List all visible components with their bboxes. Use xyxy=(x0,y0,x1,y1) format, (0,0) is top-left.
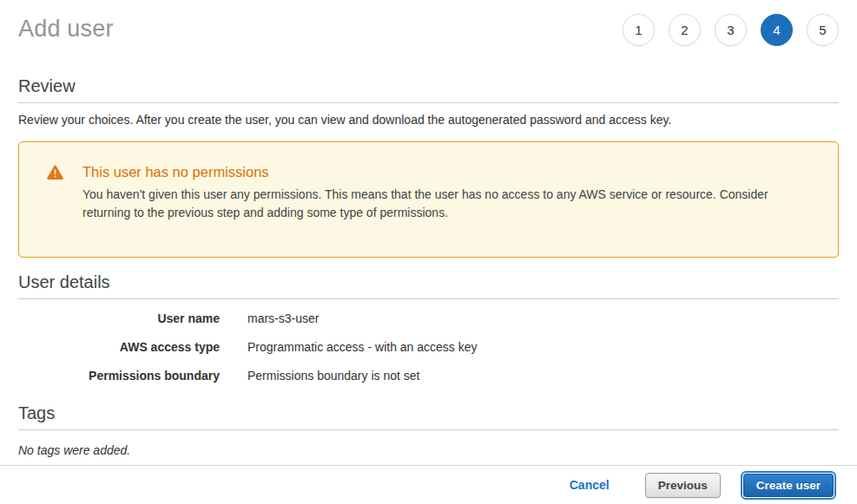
detail-row-access-type: AWS access type Programmatic access - wi… xyxy=(18,340,839,354)
user-details-rows: User name mars-s3-user AWS access type P… xyxy=(18,299,839,383)
step-2[interactable]: 2 xyxy=(669,14,701,46)
wizard-content: Review Review your choices. After you cr… xyxy=(0,66,857,465)
warning-title: This user has no permissions xyxy=(82,164,807,180)
user-details-heading: User details xyxy=(18,272,839,299)
wizard-header: Add user 1 2 3 4 5 xyxy=(0,0,857,66)
no-permissions-warning: This user has no permissions You haven't… xyxy=(18,141,839,258)
create-user-button[interactable]: Create user xyxy=(743,474,834,497)
tags-heading: Tags xyxy=(18,403,839,430)
detail-row-user-name: User name mars-s3-user xyxy=(18,311,839,325)
tags-section: Tags No tags were added. xyxy=(18,403,839,457)
add-user-wizard: Add user 1 2 3 4 5 Review Review your ch… xyxy=(0,0,857,504)
user-details-section: User details User name mars-s3-user AWS … xyxy=(18,272,839,383)
review-section: Review Review your choices. After you cr… xyxy=(18,76,839,258)
previous-button[interactable]: Previous xyxy=(645,473,721,498)
step-1[interactable]: 1 xyxy=(623,14,655,46)
detail-label: User name xyxy=(18,311,220,325)
detail-row-permissions-boundary: Permissions boundary Permissions boundar… xyxy=(18,369,839,383)
warning-body: You haven't given this user any permissi… xyxy=(82,186,807,222)
warning-triangle-icon xyxy=(47,164,63,222)
detail-label: AWS access type xyxy=(18,340,220,354)
detail-label: Permissions boundary xyxy=(18,369,220,383)
detail-value: Programmatic access - with an access key xyxy=(247,340,478,354)
wizard-stepper: 1 2 3 4 5 xyxy=(623,14,839,46)
step-3[interactable]: 3 xyxy=(715,14,747,46)
detail-value: Permissions boundary is not set xyxy=(247,369,419,383)
step-4[interactable]: 4 xyxy=(761,14,793,46)
create-user-button-focus-ring: Create user xyxy=(741,471,836,500)
warning-text-block: This user has no permissions You haven't… xyxy=(82,164,807,222)
tags-empty-message: No tags were added. xyxy=(18,443,839,457)
wizard-footer: Cancel Previous Create user xyxy=(0,465,857,504)
step-5[interactable]: 5 xyxy=(807,14,839,46)
cancel-link[interactable]: Cancel xyxy=(570,478,610,492)
review-heading: Review xyxy=(18,76,839,103)
detail-value: mars-s3-user xyxy=(247,311,319,325)
page-title: Add user xyxy=(18,14,114,43)
review-description: Review your choices. After you create th… xyxy=(18,113,839,127)
